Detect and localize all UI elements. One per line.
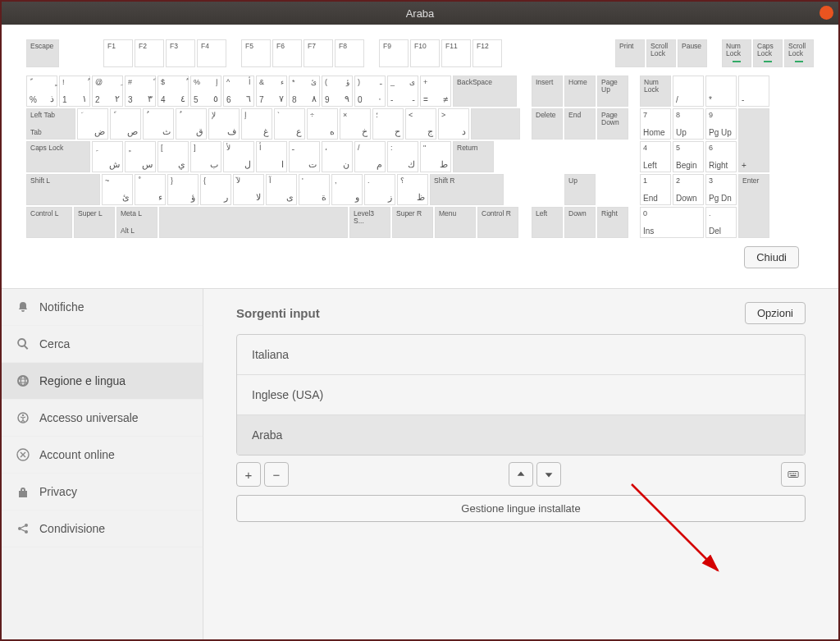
key-pageup[interactable]: Page Up (597, 76, 628, 107)
key-f11[interactable]: F11 (441, 39, 471, 67)
key-end[interactable]: End (564, 108, 596, 140)
key-f6[interactable]: F6 (272, 39, 302, 67)
key-r4-6[interactable]: 'ة (299, 174, 330, 205)
key-r3-3[interactable]: ]ب (190, 141, 221, 172)
sidebar-item-access[interactable]: Accesso universale (2, 400, 203, 437)
key-numlock[interactable]: Num Lock (640, 76, 671, 107)
key-super-r[interactable]: Super R (392, 207, 433, 238)
key-r1-7[interactable]: &ء7٧ (256, 76, 287, 107)
key-np-1[interactable]: 1End (640, 174, 671, 205)
key-np-0[interactable]: 0Ins (640, 207, 704, 238)
key-r4-2[interactable]: }ؤ (167, 174, 199, 205)
show-keyboard-button[interactable] (781, 462, 806, 487)
key-up[interactable]: Up (564, 174, 596, 205)
move-down-button[interactable] (536, 462, 561, 487)
sidebar-item-search[interactable]: Cerca (2, 326, 203, 363)
key-r1-6[interactable]: ^أ6٦ (223, 76, 254, 107)
key-r4-3[interactable]: {ر (200, 174, 231, 205)
key-scroll-lock[interactable]: Scroll Lock (646, 39, 676, 67)
key-r2-3[interactable]: ٌق (176, 108, 207, 140)
key-np-6[interactable]: 6Right (705, 141, 737, 172)
input-source-row[interactable]: Inglese (USA) (237, 375, 805, 415)
key-down[interactable]: Down (564, 207, 596, 238)
key-f7[interactable]: F7 (304, 39, 333, 67)
key-shift-r[interactable]: Shift R (430, 174, 504, 205)
key-r1-9[interactable]: (ؤ9٩ (322, 76, 353, 107)
key-r3-9[interactable]: :ك (387, 141, 418, 172)
key-right[interactable]: Right (597, 207, 628, 238)
key-f9[interactable]: F9 (379, 39, 409, 67)
key-escape[interactable]: Escape (26, 39, 59, 67)
key-r1-5[interactable]: %إ5٥ (190, 76, 221, 107)
key-meta-alt-l[interactable]: Meta LAlt L (116, 207, 158, 238)
key-r3-10[interactable]: "ط (420, 141, 451, 172)
manage-languages-button[interactable]: Gestione lingue installate (236, 495, 806, 522)
key-np-multiply[interactable]: * (705, 76, 737, 107)
key-r3-4[interactable]: لأل (223, 141, 254, 172)
sidebar-item-online[interactable]: Account online (2, 437, 203, 474)
key-r2-11[interactable]: >د (438, 108, 469, 140)
sidebar-item-globe[interactable]: Regione e lingua (2, 363, 203, 400)
key-np-9[interactable]: 9Pg Up (705, 108, 737, 140)
key-delete[interactable]: Delete (532, 108, 563, 140)
sidebar-item-share[interactable]: Condivisione (2, 511, 203, 547)
key-np-4[interactable]: 4Left (640, 141, 671, 172)
key-shift-l[interactable]: Shift L (26, 174, 100, 205)
key-r2-6[interactable]: `ع (274, 108, 305, 140)
key-np-2[interactable]: 2Down (673, 174, 704, 205)
key-r4-1[interactable]: ْء (135, 174, 166, 205)
key-f4[interactable]: F4 (197, 39, 226, 67)
key-r2-9[interactable]: ؛ح (372, 108, 404, 140)
move-up-button[interactable] (509, 462, 533, 487)
key-r3-1[interactable]: ٍس (125, 141, 156, 172)
key-r1-12[interactable]: +=≠ (420, 76, 451, 107)
key-menu[interactable]: Menu (435, 207, 476, 238)
key-np-del[interactable]: .Del (705, 207, 737, 238)
key-r2-7[interactable]: ÷ه (307, 108, 338, 140)
key-f12[interactable]: F12 (472, 39, 502, 67)
close-icon[interactable] (819, 6, 833, 20)
key-left[interactable]: Left (532, 207, 563, 238)
key-r3-6[interactable]: ـت (289, 141, 320, 172)
key-control-l[interactable]: Control L (26, 207, 72, 238)
key-np-7[interactable]: 7Home (640, 108, 671, 140)
key-r2-0[interactable]: َض (77, 108, 108, 140)
key-np-8[interactable]: 8Up (673, 108, 704, 140)
key-pause[interactable]: Pause (678, 39, 707, 67)
key-r1-1[interactable]: !ُ1١ (59, 76, 90, 107)
key-r1-2[interactable]: @ِ2٢ (92, 76, 123, 107)
remove-source-button[interactable]: − (264, 462, 289, 487)
key-return[interactable]: Return (453, 141, 494, 172)
key-r3-2[interactable]: [ي (158, 141, 189, 172)
key-home[interactable]: Home (564, 76, 596, 107)
key-r1-3[interactable]: #ً3٣ (125, 76, 156, 107)
key-print[interactable]: Print (615, 39, 645, 67)
add-source-button[interactable]: + (236, 462, 261, 487)
key-r3-8[interactable]: /م (354, 141, 386, 172)
key-f2[interactable]: F2 (135, 39, 164, 67)
key-r2-5[interactable]: إغ (241, 108, 272, 140)
key-tab[interactable]: Left TabTab (26, 108, 75, 140)
key-r3-7[interactable]: ،ن (322, 141, 353, 172)
key-r4-5[interactable]: آى (266, 174, 297, 205)
sidebar-item-privacy[interactable]: Privacy (2, 474, 203, 511)
key-super-l[interactable]: Super L (74, 207, 115, 238)
close-button[interactable]: Chiudi (744, 246, 799, 268)
key-r2-8[interactable]: ×خ (340, 108, 371, 140)
key-r2-10[interactable]: <ج (405, 108, 436, 140)
key-insert[interactable]: Insert (532, 76, 563, 107)
key-f1[interactable]: F1 (103, 39, 133, 67)
key-np-minus[interactable]: - (738, 76, 769, 107)
key-r1-10[interactable]: )ـ0٠ (354, 76, 386, 107)
key-capslock[interactable]: Caps Lock (26, 141, 90, 172)
key-np-plus[interactable]: + (738, 108, 769, 172)
key-r2-1[interactable]: ًص (110, 108, 141, 140)
key-r3-5[interactable]: أا (256, 141, 287, 172)
key-level3[interactable]: Level3 S... (349, 207, 390, 238)
key-return-top[interactable] (471, 108, 520, 140)
input-source-row[interactable]: Italiana (237, 335, 805, 375)
key-f8[interactable]: F8 (335, 39, 364, 67)
key-r4-4[interactable]: لآلا (233, 174, 264, 205)
key-r1-8[interactable]: *ئ8٨ (289, 76, 320, 107)
key-np-3[interactable]: 3Pg Dn (705, 174, 737, 205)
